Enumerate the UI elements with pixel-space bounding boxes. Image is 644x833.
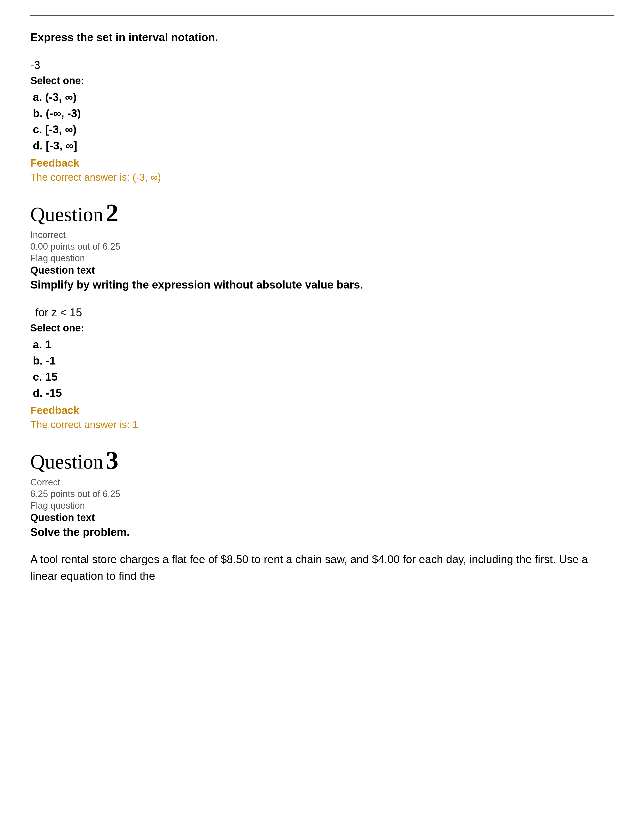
question-2-number-line: Question 2 [30,198,614,227]
question-1-option-a[interactable]: a. (-3, ∞) [30,91,614,103]
question-3-header: Solve the problem. [30,526,614,539]
question-2-option-d[interactable]: d. -15 [30,387,614,399]
question-2-text-label: Question text [30,265,614,276]
question-1-option-b[interactable]: b. (-∞, -3) [30,107,614,120]
question-1-feedback-answer: The correct answer is: (-3, ∞) [30,172,614,183]
question-3-flag[interactable]: Flag question [30,500,614,511]
question-1-option-d[interactable]: d. [-3, ∞] [30,139,614,152]
question-3-number-line: Question 3 [30,445,614,474]
question-1-header: Express the set in interval notation. [30,31,614,43]
question-2-for-z: for z < 15 [30,306,614,319]
question-3-points: 6.25 points out of 6.25 [30,489,614,499]
question-2-points: 0.00 points out of 6.25 [30,241,614,252]
question-3-block: Question 3 Correct 6.25 points out of 6.… [30,445,614,584]
question-2-feedback-label: Feedback [30,404,614,416]
question-3-body-text: A tool rental store charges a flat fee o… [30,551,614,584]
question-1-feedback-label: Feedback [30,157,614,169]
question-2-number: 2 [106,198,118,227]
question-2-flag[interactable]: Flag question [30,253,614,264]
question-2-label: Question [30,203,103,226]
question-2-feedback-answer: The correct answer is: 1 [30,419,614,430]
question-1-block: Express the set in interval notation. -3… [30,31,614,183]
question-2-block: Question 2 Incorrect 0.00 points out of … [30,198,614,430]
question-2-option-c[interactable]: c. 15 [30,371,614,383]
question-1-option-c[interactable]: c. [-3, ∞) [30,123,614,136]
question-3-text-label: Question text [30,512,614,523]
question-3-status: Correct [30,477,614,488]
question-1-select-one: Select one: [30,75,614,86]
question-2-select-one: Select one: [30,322,614,334]
question-2-status: Incorrect [30,230,614,240]
question-2-option-b[interactable]: b. -1 [30,354,614,367]
question-2-header: Simplify by writing the expression witho… [30,278,614,291]
question-3-number: 3 [106,445,118,474]
top-divider [30,15,614,16]
question-1-sub-value: -3 [30,59,614,71]
question-2-option-a[interactable]: a. 1 [30,338,614,351]
question-3-label: Question [30,450,103,473]
